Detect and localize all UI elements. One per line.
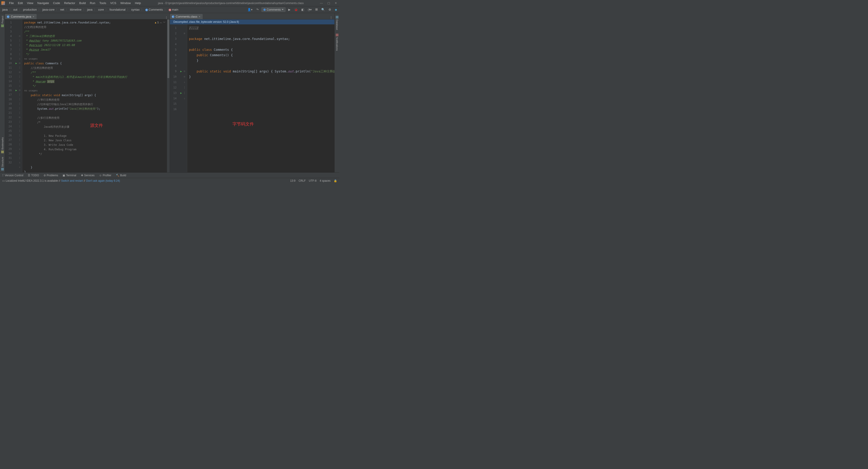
side-tab-bookmarks[interactable]: Bookmarks (1, 135, 4, 155)
run-gutter-icon[interactable]: ▶ (180, 70, 182, 73)
menu-vcs[interactable]: VCS (108, 1, 118, 5)
status-encoding[interactable]: UTF-8 (309, 179, 316, 182)
class-icon: C (7, 15, 9, 18)
crumb-syntax[interactable]: syntax (130, 7, 141, 12)
status-line-sep[interactable]: CRLF (299, 179, 306, 182)
menu-window[interactable]: Window (119, 1, 133, 5)
code-text-right[interactable]: /.../ package net.ittimeline.java.core.f… (187, 24, 335, 172)
menu-view[interactable]: View (25, 1, 35, 5)
inspection-badge[interactable]: ▲ 1 ︿ ﹀ (155, 20, 165, 25)
status-indent[interactable]: 4 spaces (320, 179, 331, 182)
search-icon[interactable]: 🔍 (320, 7, 326, 12)
menu-edit[interactable]: Edit (16, 1, 25, 5)
tool-services[interactable]: ❖Services (81, 174, 95, 177)
crumb-production[interactable]: production (22, 7, 38, 12)
class-icon: C (172, 15, 175, 18)
code-area-left[interactable]: 1 2 3 4 5 6 7 8 9 10 11 12 13 14 15 16 1… (5, 20, 170, 172)
right-tool-stripe: Database Notifications (334, 13, 339, 172)
terminal-icon: ▣ (63, 174, 65, 177)
project-icon (1, 24, 4, 27)
left-tool-stripe: Project Bookmarks Structure (0, 13, 5, 172)
crumb-ittimeline[interactable]: ittimeline (69, 7, 82, 12)
tab-row-left: C Comments.java × ⋮ (5, 13, 170, 20)
prev-highlight-icon[interactable]: ︿ (160, 20, 162, 25)
run-gutter-icon[interactable]: ▶ (180, 91, 182, 95)
side-tab-project[interactable]: Project (1, 14, 4, 29)
gutter-run-icons-right[interactable]: ▶ ▶ (179, 24, 184, 172)
profile-button[interactable]: ◔▾ (307, 7, 313, 12)
menu-help[interactable]: Help (133, 1, 143, 5)
crumb-java2[interactable]: java (86, 7, 94, 12)
next-highlight-icon[interactable]: ﹀ (163, 20, 165, 25)
minimize-button[interactable]: — (319, 1, 324, 5)
add-user-icon[interactable]: 👤▾ (246, 7, 253, 12)
menu-navigate[interactable]: Navigate (35, 1, 51, 5)
run-config-selector[interactable]: Comments (261, 7, 285, 12)
plugin-icon[interactable]: ◆ (334, 7, 338, 12)
menu-build[interactable]: Build (78, 1, 88, 5)
tab-row-right: C Comments.class × ⋮ (170, 13, 335, 20)
close-button[interactable]: ✕ (334, 1, 338, 5)
tab-menu-icon[interactable]: ⋮ (330, 16, 333, 19)
menu-run[interactable]: Run (88, 1, 97, 5)
crumb-java[interactable]: java (1, 7, 8, 12)
warning-count: 1 (157, 20, 159, 25)
todo-icon: ☰ (28, 174, 30, 177)
maximize-button[interactable]: ▢ (327, 1, 331, 5)
fold-icons-left[interactable]: ⊟ │ │ │ │ ⊥ ⊟ │ ⊟ │ │ ⊥ ⊟ │ │ │ │ │ ⊟ │ … (19, 20, 22, 172)
tool-version-control[interactable]: ᚶVersion Control (2, 174, 23, 177)
crumb-foundational[interactable]: foundational (109, 7, 126, 12)
tab-comments-java[interactable]: C Comments.java × (5, 14, 37, 19)
status-dontask-link[interactable]: Don't ask again (today 6:24) (86, 179, 120, 182)
crumb-javacore[interactable]: java-core (41, 7, 55, 12)
title-bar: File Edit View Navigate Code Refactor Bu… (0, 0, 339, 6)
tool-terminal[interactable]: ▣Terminal (63, 174, 76, 177)
scrollbar-left[interactable] (167, 20, 170, 172)
build-icon: 🔨 (116, 174, 119, 177)
readonly-lock-icon[interactable]: 🔒 (334, 179, 337, 182)
menu-file[interactable]: File (7, 1, 16, 5)
tab-label: Comments.class (176, 15, 197, 18)
status-caret-pos[interactable]: 13:9 (290, 179, 295, 182)
fold-icons-right[interactable]: ⊞ ⊟ ⊟ ⊥ │ │ ⊥ (184, 24, 187, 172)
close-icon[interactable]: × (199, 15, 200, 18)
gutter-run-icons[interactable]: ▶ ▶ (13, 20, 19, 172)
side-tab-database[interactable]: Database (335, 14, 339, 32)
coverage-button[interactable]: ◧ (301, 7, 305, 12)
branch-icon: ᚶ (2, 174, 4, 177)
tab-comments-class[interactable]: C Comments.class × (170, 14, 203, 19)
menu-code[interactable]: Code (51, 1, 62, 5)
crumb-method[interactable]: mmain (167, 7, 179, 12)
close-icon[interactable]: × (33, 15, 34, 18)
code-area-right[interactable]: 1 2 3 4 5 6 7 8 9 10 11 12 13 14 15 16 ▶… (170, 24, 335, 172)
vcs-revert-icon[interactable]: ↶ (255, 7, 259, 12)
debug-button[interactable]: 🐞 (293, 7, 299, 12)
gutter-right: 1 2 3 4 5 6 7 8 9 10 11 12 13 14 15 16 ▶… (170, 24, 187, 172)
side-tab-structure[interactable]: Structure (1, 155, 4, 172)
status-switch-link[interactable]: Switch and restart (61, 179, 83, 182)
tool-problems[interactable]: ⊘Problems (43, 174, 58, 177)
side-tab-notifications[interactable]: Notifications (335, 32, 339, 53)
run-gutter-icon[interactable]: ▶ (16, 62, 17, 65)
code-text-left[interactable]: package net.ittimeline.java.core.foundat… (22, 20, 167, 172)
menu-refactor[interactable]: Refactor (62, 1, 77, 5)
menubar: File Edit View Navigate Code Refactor Bu… (7, 1, 143, 5)
status-msg-a: Localized IntelliJ IDEA 2022.3.1 is avai… (6, 179, 60, 182)
crumb-class[interactable]: CComments (144, 7, 164, 12)
stop-button[interactable] (314, 7, 318, 12)
tool-build[interactable]: 🔨Build (116, 174, 126, 177)
bookmarks-icon (1, 150, 4, 153)
crumb-out[interactable]: out (12, 7, 18, 12)
crumb-net[interactable]: net (59, 7, 65, 12)
tool-todo[interactable]: ☰TODO (28, 174, 39, 177)
tool-profiler[interactable]: ☺Profiler (99, 174, 112, 177)
problems-icon: ⊘ (43, 174, 46, 177)
settings-icon[interactable]: ⚙ (328, 7, 332, 12)
run-button[interactable]: ▶ (287, 7, 291, 12)
run-gutter-icon[interactable]: ▶ (16, 89, 17, 92)
menu-tools[interactable]: Tools (98, 1, 108, 5)
window-title: java - D:\projects\java\ittimeline\java\… (143, 2, 319, 5)
tab-menu-icon[interactable]: ⋮ (165, 16, 168, 19)
window-controls: — ▢ ✕ (319, 1, 338, 5)
crumb-core[interactable]: core (97, 7, 104, 12)
